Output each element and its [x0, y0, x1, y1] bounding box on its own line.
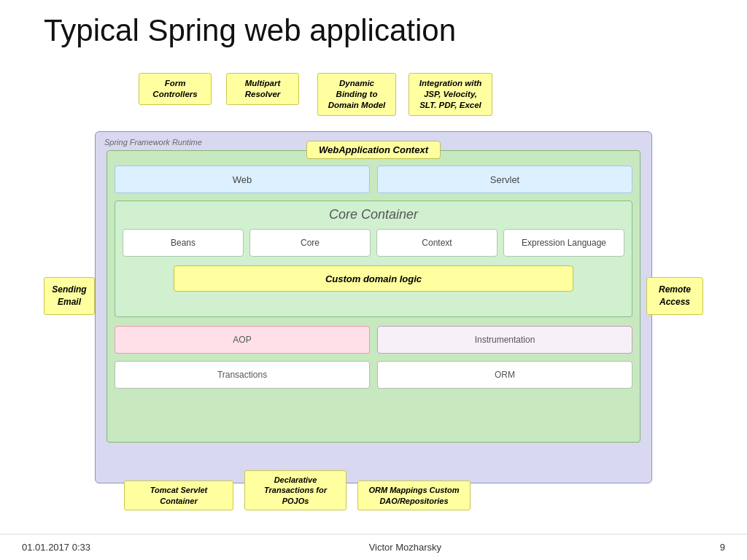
- expression-language-box: Expression Language: [503, 229, 624, 257]
- dynamic-binding-note: Dynamic Binding to Domain Model: [317, 73, 396, 116]
- web-servlet-row: Web Servlet: [115, 166, 632, 193]
- footer-date: 01.01.2017 0:33: [22, 542, 90, 553]
- sending-email-note: Sending Email: [44, 277, 95, 315]
- declarative-transactions-note: Declarative Transactions for POJOs: [244, 470, 347, 510]
- remote-access-note: Remote Access: [646, 277, 703, 315]
- transactions-row: Transactions ORM: [115, 361, 632, 389]
- runtime-label: Spring Framework Runtime: [104, 138, 202, 147]
- orm-box: ORM: [377, 361, 632, 389]
- instrumentation-box: Instrumentation: [377, 326, 632, 354]
- web-box: Web: [115, 166, 370, 193]
- footer: 01.01.2017 0:33 Victor Mozharsky 9: [0, 534, 747, 560]
- beans-row: Beans Core Context Expression Language: [123, 229, 624, 257]
- custom-domain-box: Custom domain logic: [174, 265, 573, 292]
- footer-author: Victor Mozharsky: [369, 542, 441, 553]
- core-container-label: Core Container: [329, 207, 418, 222]
- page-title: Typical Spring web application: [0, 0, 747, 55]
- aop-box: AOP: [115, 326, 370, 354]
- multipart-resolver-note: Multipart Resolver: [226, 73, 299, 105]
- transactions-box: Transactions: [115, 361, 370, 389]
- beans-box: Beans: [123, 229, 244, 257]
- form-controllers-note: Form Controllers: [139, 73, 212, 105]
- webapp-context-label: WebApplication Context: [306, 141, 441, 159]
- tomcat-note: Tomcat Servlet Container: [124, 481, 233, 510]
- orm-mappings-note: ORM Mappings Custom DAO/Repositories: [357, 481, 471, 510]
- aop-row: AOP Instrumentation: [115, 326, 632, 354]
- core-container: Core Container Beans Core Context Expres…: [115, 201, 632, 317]
- green-inner-box: WebApplication Context Web Servlet Core …: [107, 150, 640, 443]
- servlet-box: Servlet: [377, 166, 632, 193]
- context-box: Context: [376, 229, 498, 257]
- diagram-container: Form Controllers Multipart Resolver Dyna…: [44, 73, 703, 524]
- core-box: Core: [249, 229, 371, 257]
- outer-framework-box: Spring Framework Runtime WebApplication …: [95, 131, 652, 483]
- integration-note: Integration with JSP, Velocity, SLT. PDF…: [409, 73, 492, 116]
- footer-page: 9: [720, 542, 725, 553]
